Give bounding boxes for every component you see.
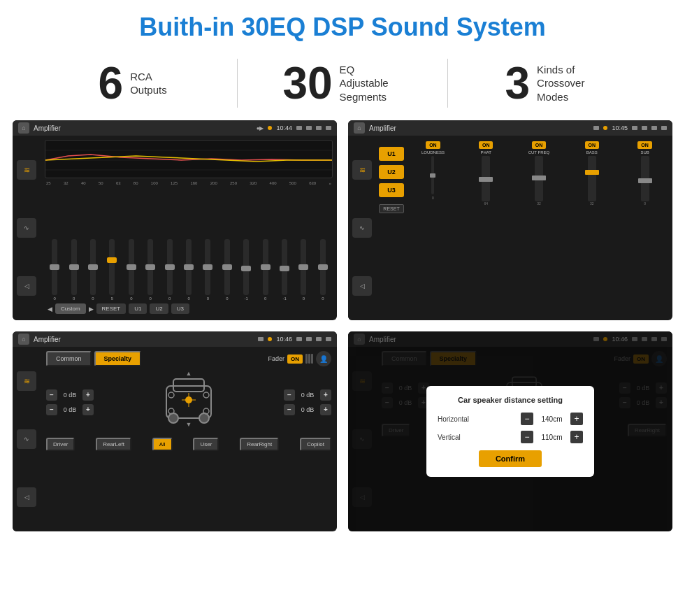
eq-slider-2[interactable]: 0 — [85, 239, 101, 301]
fader-copilot-btn[interactable]: Copilot — [300, 438, 331, 451]
eq-slider-1[interactable]: 0 — [65, 239, 82, 301]
dialog-horizontal-plus[interactable]: + — [570, 413, 583, 425]
mixer-u3-btn[interactable]: U3 — [379, 183, 404, 197]
bass-on-btn[interactable]: ON — [585, 141, 600, 149]
eq-u3-btn[interactable]: U3 — [171, 303, 189, 314]
eq-slider-8[interactable]: 0 — [199, 239, 216, 301]
mixer-u-buttons: U1 U2 U3 RESET — [379, 140, 404, 316]
mixer-wave-btn[interactable]: ∿ — [352, 218, 372, 238]
fader-all-btn[interactable]: All — [152, 438, 173, 451]
phat-on-btn[interactable]: ON — [479, 141, 493, 149]
eq-slider-5[interactable]: 0 — [142, 239, 159, 301]
eq-slider-11[interactable]: 0 — [257, 239, 273, 301]
stat-eq-label: EQ AdjustableSegments — [340, 63, 403, 104]
fader-on-btn[interactable]: ON — [287, 354, 303, 364]
eq-slider-14[interactable]: 0 — [315, 239, 331, 301]
mixer-speaker-btn[interactable]: ◁ — [352, 276, 372, 296]
status-dot-3 — [268, 337, 272, 341]
eq-slider-0[interactable]: 0 — [46, 239, 63, 301]
fader-rearleft-btn[interactable]: RearLeft — [96, 438, 131, 451]
cutfreq-on-btn[interactable]: ON — [532, 141, 547, 149]
sub-fader[interactable] — [641, 156, 649, 201]
cutfreq-fader[interactable] — [535, 156, 543, 201]
loudness-fader[interactable] — [431, 156, 434, 194]
eq-filter-btn[interactable]: ≋ — [17, 160, 36, 180]
page-title: Buith-in 30EQ DSP Sound System — [0, 0, 685, 52]
dialog-horizontal-minus[interactable]: − — [521, 413, 533, 425]
fader-driver-btn[interactable]: Driver — [46, 438, 75, 451]
status-time-2: 10:45 — [612, 124, 628, 131]
eq-u1-btn[interactable]: U1 — [129, 303, 147, 314]
fader-rr-minus[interactable]: − — [284, 404, 295, 415]
fader-filter-btn[interactable]: ≋ — [17, 371, 36, 391]
screens-grid: ⌂ Amplifier ●▶ 10:44 ≋ ∿ ◁ — [0, 120, 685, 531]
back-icon-1[interactable] — [326, 126, 331, 130]
dialog-confirm-button[interactable]: Confirm — [479, 450, 542, 467]
back-icon-3[interactable] — [326, 337, 331, 341]
dialog-box: Car speaker distance setting Horizontal … — [426, 386, 594, 477]
stat-crossover-label: Kinds ofCrossover Modes — [537, 63, 600, 104]
eq-slider-7[interactable]: 0 — [180, 239, 197, 301]
eq-slider-13[interactable]: 0 — [295, 239, 312, 301]
eq-u2-btn[interactable]: U2 — [150, 303, 168, 314]
fader-fr-minus[interactable]: − — [284, 389, 295, 401]
eq-slider-10[interactable]: -1 — [238, 239, 254, 301]
fader-rr-plus[interactable]: + — [320, 404, 331, 415]
eq-reset-btn[interactable]: RESET — [96, 303, 127, 314]
freq-200: 200 — [210, 181, 217, 185]
svg-point-11 — [203, 392, 209, 398]
home-icon-2[interactable]: ⌂ — [354, 122, 365, 134]
fader-fr-plus[interactable]: + — [320, 389, 331, 401]
wifi-icon-1 — [316, 126, 322, 130]
eq-wave-btn[interactable]: ∿ — [17, 218, 36, 238]
fader-speaker-btn[interactable]: ◁ — [17, 487, 36, 507]
dialog-title: Car speaker distance setting — [438, 396, 583, 404]
home-icon-3[interactable]: ⌂ — [18, 334, 29, 345]
sub-on-btn[interactable]: ON — [637, 141, 652, 149]
mixer-filter-btn[interactable]: ≋ — [352, 160, 372, 180]
fader-tab-specialty[interactable]: Specialty — [94, 351, 142, 366]
mixer-reset-btn[interactable]: RESET — [379, 204, 403, 213]
fader-rearright-btn[interactable]: RearRight — [240, 438, 279, 451]
stat-rca-label: RCAOutputs — [130, 70, 167, 97]
bass-fader[interactable] — [588, 156, 596, 201]
home-icon-1[interactable]: ⌂ — [18, 122, 29, 134]
status-dot-1 — [268, 126, 272, 130]
fader-wave-btn[interactable]: ∿ — [17, 429, 36, 449]
dialog-vertical-control: − 110cm + — [521, 431, 583, 443]
fader-user-icon[interactable]: 👤 — [316, 351, 331, 366]
svg-text:▲: ▲ — [186, 371, 192, 377]
eq-prev-btn[interactable]: ◀ — [48, 306, 52, 313]
status-bar-1: ⌂ Amplifier ●▶ 10:44 — [13, 120, 337, 136]
freq-25: 25 — [46, 181, 51, 185]
status-title-1: Amplifier — [34, 124, 252, 132]
fader-label: Fader — [268, 355, 284, 362]
dialog-vertical-plus[interactable]: + — [570, 431, 583, 443]
eq-slider-3[interactable]: 5 — [103, 239, 120, 301]
stat-rca: 6 RCAOutputs — [28, 61, 237, 106]
mixer-ch-cutfreq: ON CUT FREQ 32 — [514, 141, 564, 206]
eq-custom-btn[interactable]: Custom — [55, 303, 86, 314]
eq-speaker-btn[interactable]: ◁ — [17, 276, 36, 296]
freq-160: 160 — [190, 181, 197, 185]
fader-rl-plus[interactable]: + — [82, 404, 94, 415]
stat-crossover: 3 Kinds ofCrossover Modes — [448, 61, 657, 106]
loudness-on-btn[interactable]: ON — [426, 141, 440, 149]
eq-next-btn[interactable]: ▶ — [89, 306, 94, 313]
eq-slider-4[interactable]: 0 — [123, 239, 140, 301]
eq-slider-6[interactable]: 0 — [161, 239, 178, 301]
eq-slider-12[interactable]: -1 — [276, 239, 293, 301]
back-icon-2[interactable] — [661, 126, 667, 130]
fader-tab-common[interactable]: Common — [46, 351, 92, 366]
fader-rl-minus[interactable]: − — [46, 404, 57, 415]
eq-bottom-bar: ◀ Custom ▶ RESET U1 U2 U3 — [45, 301, 333, 316]
eq-slider-9[interactable]: 0 — [219, 239, 236, 301]
fader-fl-minus[interactable]: − — [46, 389, 57, 401]
freq-250: 250 — [230, 181, 237, 185]
fader-fl-plus[interactable]: + — [82, 389, 94, 401]
dialog-vertical-minus[interactable]: − — [521, 431, 533, 443]
mixer-u1-btn[interactable]: U1 — [379, 147, 404, 161]
phat-fader[interactable] — [482, 156, 490, 201]
mixer-u2-btn[interactable]: U2 — [379, 165, 404, 179]
fader-user-btn[interactable]: User — [193, 438, 219, 451]
